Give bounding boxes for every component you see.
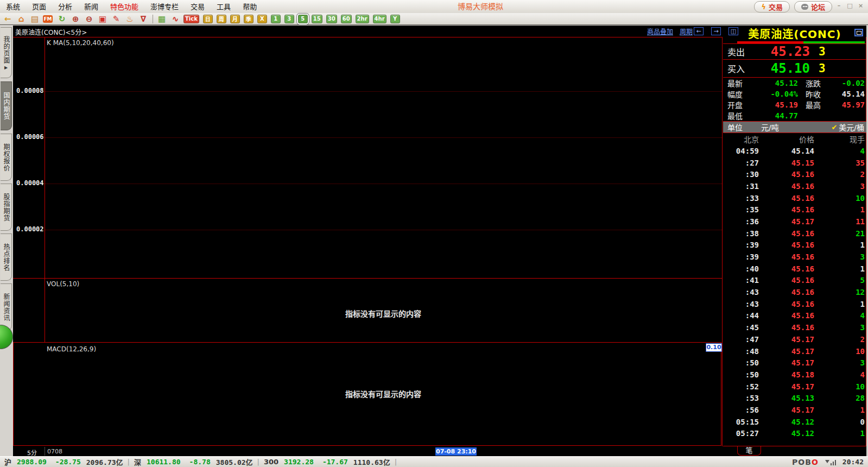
- tape-row: 05:1545.120: [723, 416, 866, 428]
- stat-value: 45.97: [832, 100, 865, 109]
- pobo-brand: POBO: [792, 458, 819, 466]
- titlebar-buttons: ϟ 交易 论坛: [754, 1, 832, 12]
- menu-item-分析[interactable]: 分析: [52, 1, 78, 13]
- tape-row: :4845.1710: [723, 345, 866, 357]
- period-button-4hr[interactable]: 4hr: [373, 15, 387, 23]
- close-button[interactable]: ×: [857, 2, 865, 10]
- sidebar-tab-新闻资讯[interactable]: 新闻资讯: [1, 283, 12, 331]
- period-button-X[interactable]: X: [257, 15, 267, 23]
- period-link[interactable]: 周期: [680, 27, 693, 36]
- restore-window-icon[interactable]: [854, 29, 863, 36]
- next-period-button[interactable]: →: [711, 27, 721, 35]
- sidebar-tab-国内期货[interactable]: 国内期货: [1, 81, 12, 130]
- trade-button[interactable]: ϟ 交易: [754, 1, 790, 12]
- period-button-季[interactable]: 季: [244, 15, 254, 23]
- tape-row: :5045.184: [723, 369, 866, 381]
- sidebar-tab-我的页面[interactable]: 我的页面▶: [1, 27, 12, 78]
- overlay-compare-icon[interactable]: ▣: [97, 14, 108, 24]
- ask-row[interactable]: 卖出 45.23 3: [723, 43, 866, 59]
- prev-period-button[interactable]: ←: [694, 27, 704, 35]
- menu-item-系统[interactable]: 系统: [0, 1, 26, 13]
- bid-row[interactable]: 买入 45.10 3: [723, 59, 866, 78]
- menu-item-帮助[interactable]: 帮助: [237, 1, 263, 13]
- zoom-in-icon[interactable]: ⊕: [70, 14, 81, 24]
- period-button-Y[interactable]: Y: [390, 15, 400, 23]
- page-notes-icon[interactable]: ▤: [29, 14, 40, 24]
- period-button-3[interactable]: 3: [284, 15, 294, 23]
- zoom-out-icon[interactable]: ⊖: [84, 14, 94, 24]
- app-title: 博易大师模拟: [458, 0, 503, 13]
- window-controls: – □ ×: [835, 2, 865, 10]
- unit-option-cny[interactable]: 元/吨: [761, 122, 779, 132]
- sidebar-tab-股指期货[interactable]: 股指期货: [1, 184, 12, 231]
- overlay-link[interactable]: 商品叠加: [647, 27, 673, 36]
- chart-region: 美原油连(CONC)<5分> 商品叠加 周期 ← → ◫ K MA(5,10,2…: [13, 26, 866, 456]
- period-button-2hr[interactable]: 2hr: [356, 15, 369, 23]
- sidebar-tab-热点排名[interactable]: 热点排名: [1, 234, 12, 281]
- tape-row: :3945.161: [723, 239, 866, 251]
- filter-funnel-icon[interactable]: ∇: [138, 14, 149, 24]
- home-icon[interactable]: ⌂: [16, 14, 27, 24]
- period-button-30[interactable]: 30: [326, 15, 337, 23]
- tape-row: :3045.162: [723, 168, 866, 180]
- menu-item-工具[interactable]: 工具: [211, 1, 237, 13]
- unit-option-usd[interactable]: ✔ 美元/桶: [831, 122, 866, 132]
- trade-button-label: 交易: [769, 2, 783, 12]
- minimize-button[interactable]: –: [835, 2, 843, 10]
- tape-row: :2745.1535: [723, 157, 866, 169]
- period-button-tick[interactable]: Tick: [183, 15, 199, 23]
- draw-pencil-icon[interactable]: ✎: [111, 14, 122, 24]
- tape-row: :5045.173: [723, 357, 866, 369]
- status-bar: 沪2988.09-28.752096.73亿|深10611.80-8.78380…: [0, 456, 868, 467]
- forum-button-label: 论坛: [811, 2, 825, 12]
- menu-item-交易[interactable]: 交易: [185, 1, 211, 13]
- menu-item-澎博专栏[interactable]: 澎博专栏: [144, 1, 185, 13]
- tape-row: :3645.1711: [723, 216, 866, 228]
- stat-label: 涨跌: [798, 78, 832, 89]
- back-icon[interactable]: ←: [2, 14, 13, 24]
- time-and-sales-list: 04:5945.144:2745.1535:3045.162:3145.163:…: [723, 145, 866, 440]
- tape-row: :5245.1710: [723, 381, 866, 393]
- tape-row: :5645.171: [723, 404, 866, 416]
- period-button-周[interactable]: 周: [217, 15, 226, 23]
- panel-tab-row: 笔: [723, 446, 866, 456]
- quote-table-icon[interactable]: ▦: [156, 14, 167, 24]
- period-button-60[interactable]: 60: [341, 15, 352, 23]
- period-button-1[interactable]: 1: [271, 15, 281, 23]
- refresh-icon[interactable]: ↻: [56, 14, 67, 24]
- macd-cursor-value: 0.10: [706, 343, 722, 352]
- kline-chart-icon[interactable]: ∿: [170, 14, 181, 24]
- tab-tick-detail[interactable]: 笔: [737, 446, 761, 456]
- y-tick-label: 0.00002: [16, 225, 43, 233]
- stat-value: 44.77: [748, 111, 798, 120]
- period-button-5[interactable]: 5: [298, 15, 308, 23]
- forum-button[interactable]: 论坛: [794, 1, 832, 12]
- fm-radio-icon[interactable]: FM: [43, 15, 53, 23]
- menu-item-特色功能[interactable]: 特色功能: [104, 1, 144, 13]
- menu-item-新闻[interactable]: 新闻: [78, 1, 104, 13]
- menu-bar: 系统页面分析新闻特色功能澎博专栏交易工具帮助: [0, 1, 263, 13]
- bid-price: 45.10: [756, 61, 810, 76]
- stat-value: 45.14: [832, 90, 865, 98]
- period-button-日[interactable]: 日: [203, 15, 213, 23]
- y-tick-label: 0.00004: [16, 179, 43, 187]
- title-bar: 系统页面分析新闻特色功能澎博专栏交易工具帮助 博易大师模拟 ϟ 交易 论坛 – …: [0, 0, 868, 14]
- tape-row: :4745.172: [723, 333, 866, 345]
- tape-column-header: 价格: [759, 134, 814, 144]
- torch-icon[interactable]: ♨: [124, 14, 135, 24]
- x-axis-period: 5分: [27, 448, 37, 457]
- gridline: [45, 230, 722, 230]
- period-button-15[interactable]: 15: [312, 15, 322, 23]
- maximize-button[interactable]: □: [846, 2, 854, 10]
- menu-item-页面[interactable]: 页面: [26, 1, 52, 13]
- stat-value: 45.12: [748, 79, 798, 87]
- vol-panel-divider: [13, 278, 722, 279]
- x-axis-divider: [45, 447, 45, 456]
- gridline: [45, 137, 722, 138]
- bid-label: 买入: [727, 62, 756, 75]
- tape-row: :4445.164: [723, 310, 866, 322]
- ask-price: 45.23: [756, 44, 810, 59]
- vol-empty-message: 指标没有可显示的内容: [45, 308, 722, 319]
- sidebar-tab-期权报价[interactable]: 期权报价: [1, 134, 12, 181]
- period-button-月[interactable]: 月: [230, 15, 240, 23]
